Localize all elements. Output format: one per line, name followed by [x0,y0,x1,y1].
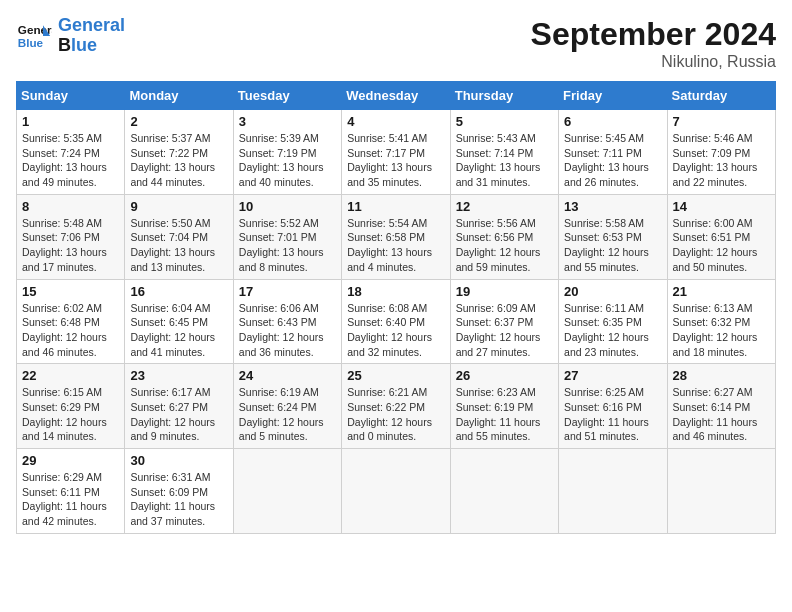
cell-sunrise: Sunrise: 6:15 AM [22,386,102,398]
cell-sunrise: Sunrise: 6:00 AM [673,217,753,229]
calendar-cell: 16 Sunrise: 6:04 AM Sunset: 6:45 PM Dayl… [125,279,233,364]
calendar-cell: 13 Sunrise: 5:58 AM Sunset: 6:53 PM Dayl… [559,194,667,279]
calendar-cell: 21 Sunrise: 6:13 AM Sunset: 6:32 PM Dayl… [667,279,775,364]
calendar-cell: 22 Sunrise: 6:15 AM Sunset: 6:29 PM Dayl… [17,364,125,449]
cell-sunrise: Sunrise: 6:21 AM [347,386,427,398]
cell-sunset: Sunset: 7:14 PM [456,147,534,159]
cell-sunrise: Sunrise: 5:50 AM [130,217,210,229]
cell-sunset: Sunset: 7:04 PM [130,231,208,243]
day-number: 26 [456,368,553,383]
day-number: 15 [22,284,119,299]
cell-daylight: Daylight: 12 hours and 9 minutes. [130,416,215,443]
calendar-cell: 23 Sunrise: 6:17 AM Sunset: 6:27 PM Dayl… [125,364,233,449]
calendar-header: SundayMondayTuesdayWednesdayThursdayFrid… [17,82,776,110]
cell-sunset: Sunset: 6:19 PM [456,401,534,413]
calendar-cell [450,449,558,534]
day-number: 17 [239,284,336,299]
cell-sunrise: Sunrise: 5:48 AM [22,217,102,229]
weekday-header-wednesday: Wednesday [342,82,450,110]
cell-sunset: Sunset: 7:11 PM [564,147,642,159]
day-number: 28 [673,368,770,383]
calendar-cell: 4 Sunrise: 5:41 AM Sunset: 7:17 PM Dayli… [342,110,450,195]
calendar-cell: 20 Sunrise: 6:11 AM Sunset: 6:35 PM Dayl… [559,279,667,364]
day-number: 1 [22,114,119,129]
cell-sunset: Sunset: 7:01 PM [239,231,317,243]
calendar-cell: 11 Sunrise: 5:54 AM Sunset: 6:58 PM Dayl… [342,194,450,279]
cell-daylight: Daylight: 13 hours and 44 minutes. [130,161,215,188]
cell-daylight: Daylight: 12 hours and 27 minutes. [456,331,541,358]
cell-daylight: Daylight: 13 hours and 49 minutes. [22,161,107,188]
cell-daylight: Daylight: 11 hours and 51 minutes. [564,416,649,443]
calendar-cell: 27 Sunrise: 6:25 AM Sunset: 6:16 PM Dayl… [559,364,667,449]
cell-sunset: Sunset: 6:14 PM [673,401,751,413]
day-number: 3 [239,114,336,129]
cell-sunset: Sunset: 6:51 PM [673,231,751,243]
day-number: 4 [347,114,444,129]
cell-daylight: Daylight: 13 hours and 13 minutes. [130,246,215,273]
cell-sunset: Sunset: 6:22 PM [347,401,425,413]
calendar-cell: 30 Sunrise: 6:31 AM Sunset: 6:09 PM Dayl… [125,449,233,534]
calendar-week-row: 1 Sunrise: 5:35 AM Sunset: 7:24 PM Dayli… [17,110,776,195]
cell-sunset: Sunset: 6:40 PM [347,316,425,328]
cell-sunrise: Sunrise: 6:19 AM [239,386,319,398]
day-number: 25 [347,368,444,383]
day-number: 19 [456,284,553,299]
cell-sunrise: Sunrise: 5:52 AM [239,217,319,229]
cell-sunrise: Sunrise: 5:56 AM [456,217,536,229]
weekday-header-saturday: Saturday [667,82,775,110]
cell-sunrise: Sunrise: 6:11 AM [564,302,644,314]
cell-sunrise: Sunrise: 6:13 AM [673,302,753,314]
cell-sunset: Sunset: 7:06 PM [22,231,100,243]
cell-sunset: Sunset: 7:19 PM [239,147,317,159]
calendar-cell: 15 Sunrise: 6:02 AM Sunset: 6:48 PM Dayl… [17,279,125,364]
cell-daylight: Daylight: 11 hours and 37 minutes. [130,500,215,527]
cell-daylight: Daylight: 12 hours and 18 minutes. [673,331,758,358]
calendar-cell: 19 Sunrise: 6:09 AM Sunset: 6:37 PM Dayl… [450,279,558,364]
cell-sunset: Sunset: 7:22 PM [130,147,208,159]
calendar-cell: 3 Sunrise: 5:39 AM Sunset: 7:19 PM Dayli… [233,110,341,195]
calendar-week-row: 15 Sunrise: 6:02 AM Sunset: 6:48 PM Dayl… [17,279,776,364]
calendar-cell: 18 Sunrise: 6:08 AM Sunset: 6:40 PM Dayl… [342,279,450,364]
calendar-cell [667,449,775,534]
day-number: 8 [22,199,119,214]
cell-sunrise: Sunrise: 6:23 AM [456,386,536,398]
cell-sunset: Sunset: 6:35 PM [564,316,642,328]
cell-sunset: Sunset: 6:58 PM [347,231,425,243]
cell-sunset: Sunset: 6:29 PM [22,401,100,413]
cell-sunset: Sunset: 6:24 PM [239,401,317,413]
day-number: 30 [130,453,227,468]
day-number: 29 [22,453,119,468]
calendar-week-row: 8 Sunrise: 5:48 AM Sunset: 7:06 PM Dayli… [17,194,776,279]
cell-sunset: Sunset: 6:27 PM [130,401,208,413]
cell-sunrise: Sunrise: 5:58 AM [564,217,644,229]
day-number: 6 [564,114,661,129]
cell-daylight: Daylight: 13 hours and 35 minutes. [347,161,432,188]
weekday-row: SundayMondayTuesdayWednesdayThursdayFrid… [17,82,776,110]
cell-sunset: Sunset: 6:11 PM [22,486,100,498]
svg-text:Blue: Blue [18,36,44,49]
cell-sunrise: Sunrise: 5:35 AM [22,132,102,144]
calendar-cell: 9 Sunrise: 5:50 AM Sunset: 7:04 PM Dayli… [125,194,233,279]
location: Nikulino, Russia [531,53,776,71]
cell-sunset: Sunset: 6:48 PM [22,316,100,328]
day-number: 5 [456,114,553,129]
cell-daylight: Daylight: 12 hours and 55 minutes. [564,246,649,273]
cell-daylight: Daylight: 13 hours and 22 minutes. [673,161,758,188]
day-number: 14 [673,199,770,214]
cell-sunrise: Sunrise: 6:31 AM [130,471,210,483]
calendar-cell: 8 Sunrise: 5:48 AM Sunset: 7:06 PM Dayli… [17,194,125,279]
weekday-header-friday: Friday [559,82,667,110]
day-number: 20 [564,284,661,299]
cell-daylight: Daylight: 12 hours and 0 minutes. [347,416,432,443]
day-number: 13 [564,199,661,214]
cell-daylight: Daylight: 12 hours and 23 minutes. [564,331,649,358]
cell-sunset: Sunset: 6:45 PM [130,316,208,328]
day-number: 24 [239,368,336,383]
calendar-cell [342,449,450,534]
calendar-cell: 1 Sunrise: 5:35 AM Sunset: 7:24 PM Dayli… [17,110,125,195]
weekday-header-sunday: Sunday [17,82,125,110]
cell-sunset: Sunset: 6:56 PM [456,231,534,243]
cell-daylight: Daylight: 13 hours and 4 minutes. [347,246,432,273]
calendar-cell: 2 Sunrise: 5:37 AM Sunset: 7:22 PM Dayli… [125,110,233,195]
month-title: September 2024 [531,16,776,53]
